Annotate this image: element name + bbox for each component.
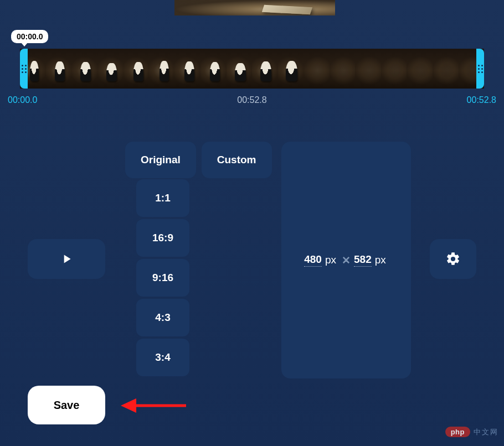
- width-value[interactable]: 480: [304, 253, 322, 267]
- filmstrip-frame[interactable]: [46, 49, 72, 89]
- svg-marker-1: [121, 398, 136, 413]
- filmstrip-frame[interactable]: [304, 49, 330, 89]
- aspect-ratio-list: 1:116:99:164:33:4: [125, 179, 264, 376]
- aspect-ratio-option[interactable]: 1:1: [136, 179, 189, 217]
- filmstrip-frame[interactable]: [252, 49, 278, 89]
- dimensions-panel: 480 px ✕ 582 px: [281, 142, 411, 378]
- timeline-mid-label: 00:52.8: [237, 95, 266, 105]
- annotation-arrow: [121, 396, 187, 415]
- filmstrip-frame[interactable]: [200, 49, 227, 89]
- watermark-brand: php: [445, 427, 470, 437]
- height-value[interactable]: 582: [354, 253, 372, 267]
- filmstrip-frame[interactable]: [330, 49, 356, 89]
- filmstrip-frame[interactable]: [407, 49, 433, 89]
- play-icon: [59, 252, 74, 266]
- filmstrip-frame[interactable]: [149, 49, 175, 89]
- save-button[interactable]: Save: [28, 386, 105, 424]
- filmstrip-frame[interactable]: [174, 49, 200, 89]
- timeline-end-label: 00:52.8: [467, 95, 496, 105]
- filmstrip-frame[interactable]: [278, 49, 304, 89]
- grip-dots-icon: [478, 65, 483, 73]
- watermark-cn: 中文网: [474, 427, 498, 437]
- settings-button[interactable]: [430, 239, 476, 279]
- filmstrip-frame[interactable]: [97, 49, 124, 89]
- gear-icon: [445, 251, 461, 267]
- filmstrip-frame[interactable]: [71, 49, 97, 89]
- aspect-ratio-option[interactable]: 9:16: [136, 259, 189, 297]
- timeline-start-label: 00:00.0: [8, 95, 37, 105]
- aspect-column: Original Custom 1:116:99:164:33:4: [125, 142, 264, 376]
- times-icon: ✕: [342, 254, 351, 267]
- watermark: php 中文网: [445, 427, 498, 437]
- height-unit: px: [375, 254, 386, 266]
- filmstrip-frame[interactable]: [433, 49, 459, 89]
- video-preview: [174, 0, 335, 15]
- grip-dots-icon: [22, 65, 27, 73]
- playhead-time-badge: 00:00.0: [11, 30, 48, 43]
- controls: Original Custom 1:116:99:164:33:4 480 px…: [0, 142, 504, 378]
- play-button[interactable]: [28, 239, 105, 279]
- tab-custom[interactable]: Custom: [202, 142, 272, 178]
- filmstrip-frame[interactable]: [123, 49, 149, 89]
- filmstrip-frame[interactable]: [381, 49, 407, 89]
- timeline-filmstrip[interactable]: [20, 49, 484, 89]
- aspect-ratio-option[interactable]: 4:3: [136, 299, 189, 336]
- aspect-ratio-option[interactable]: 3:4: [136, 339, 189, 376]
- filmstrip-frame[interactable]: [227, 49, 253, 89]
- tab-original[interactable]: Original: [125, 142, 196, 178]
- width-unit: px: [325, 254, 336, 266]
- aspect-ratio-option[interactable]: 16:9: [136, 219, 189, 257]
- trim-handle-end[interactable]: [476, 49, 484, 89]
- trim-handle-start[interactable]: [20, 49, 28, 89]
- filmstrip-frame[interactable]: [355, 49, 381, 89]
